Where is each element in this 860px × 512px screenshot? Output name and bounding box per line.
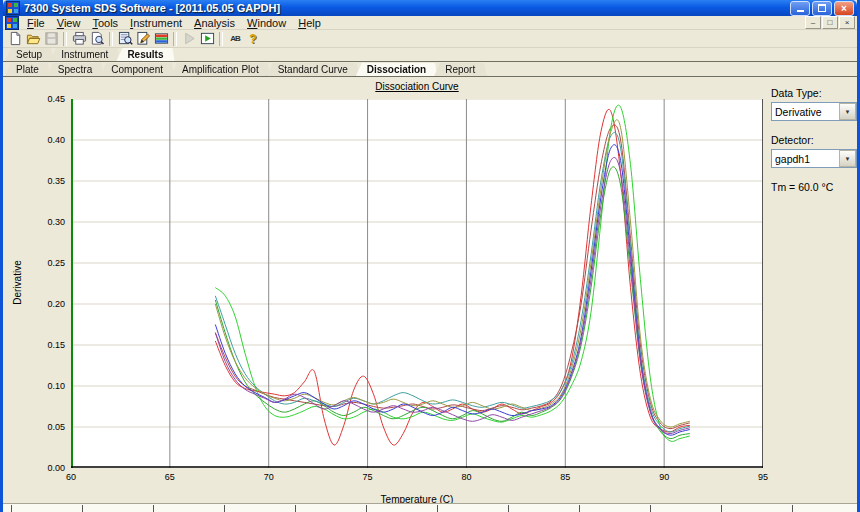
toolbar-separator [173,32,177,46]
y-tick-0.20: 0.20 [31,299,65,309]
print-icon [72,31,87,46]
mdi-minimize-button[interactable]: – [805,16,821,29]
help-icon: ? [249,32,256,46]
secondary-tab-bar: PlateSpectraComponentAmplification PlotS… [3,62,857,77]
close-button[interactable]: × [834,1,854,16]
dissociation-plot [71,99,763,468]
run-instrument-button[interactable] [180,31,198,47]
window-title: 7300 System SDS Software - [2011.05.05 G… [24,2,788,14]
tab-amplification-plot[interactable]: Amplification Plot [171,63,270,76]
ab-quantification-icon: AB [230,34,240,43]
close-icon: × [841,4,847,13]
open-file-button[interactable] [24,31,42,47]
data-type-label: Data Type: [771,87,857,99]
detector-label: Detector: [771,134,857,146]
series-curve-8 [215,157,690,433]
tab-dissociation[interactable]: Dissociation [356,63,437,76]
menu-window[interactable]: Window [241,17,292,29]
y-tick-0.25: 0.25 [31,258,65,268]
find-wells-icon [118,31,133,46]
print-preview-icon [90,31,105,46]
data-type-select[interactable]: Derivative ▼ [771,102,857,121]
series-curve-2 [215,125,690,429]
detector-value: gapdh1 [772,153,839,165]
save-button[interactable] [42,31,60,47]
menu-analysis[interactable]: Analysis [188,17,241,29]
y-tick-0.05: 0.05 [31,422,65,432]
y-tick-0.40: 0.40 [31,135,65,145]
tab-standard-curve[interactable]: Standard Curve [267,63,359,76]
x-tick-60: 60 [57,472,85,482]
mdi-restore-button[interactable]: □ [822,16,838,29]
tab-plate[interactable]: Plate [5,63,50,76]
help-button[interactable]: ? [244,31,262,47]
menu-tools[interactable]: Tools [86,17,124,29]
toolbar-separator [219,32,223,46]
new-document-icon [8,31,23,46]
results-view: Dissociation Curve Derivative 0.000.050.… [3,77,857,512]
menu-file[interactable]: File [21,17,51,29]
series-curve-7 [215,145,690,436]
x-tick-75: 75 [354,472,382,482]
y-tick-0.30: 0.30 [31,217,65,227]
edit-document-button[interactable] [134,31,152,47]
app-icon [6,1,20,15]
minimize-icon [797,10,804,12]
mdi-window-controls: – □ × [804,16,855,29]
x-tick-95: 95 [749,472,777,482]
app-window: 7300 System SDS Software - [2011.05.05 G… [0,0,860,512]
tab-setup[interactable]: Setup [5,48,53,61]
menu-bar-items: FileViewToolsInstrumentAnalysisWindowHel… [21,17,327,29]
series-curve-1 [215,109,690,445]
open-file-icon [26,31,41,46]
menu-instrument[interactable]: Instrument [124,17,188,29]
tab-component[interactable]: Component [100,63,174,76]
y-tick-0.10: 0.10 [31,381,65,391]
y-tick-0.15: 0.15 [31,340,65,350]
well-plate-button[interactable] [152,31,170,47]
bottom-table-edge [3,503,857,512]
menu-bar: FileViewToolsInstrumentAnalysisWindowHel… [3,16,857,30]
y-tick-0.35: 0.35 [31,176,65,186]
edit-document-icon [136,31,151,46]
detector-select[interactable]: gapdh1 ▼ [771,149,857,168]
toolbar-separator [109,32,113,46]
toolbar: AB? [3,30,857,48]
mdi-close-button[interactable]: × [839,16,855,29]
y-axis-label: Derivative [12,253,23,313]
x-tick-90: 90 [650,472,678,482]
print-button[interactable] [70,31,88,47]
tab-results[interactable]: Results [116,48,174,61]
run-instrument-icon [182,31,197,46]
tab-instrument[interactable]: Instrument [50,48,119,61]
tab-spectra[interactable]: Spectra [47,63,103,76]
chevron-down-icon[interactable]: ▼ [839,103,856,120]
x-tick-65: 65 [156,472,184,482]
document-icon[interactable] [5,16,19,30]
well-plate-icon [154,31,169,46]
menu-view[interactable]: View [51,17,87,29]
chart-title: Dissociation Curve [71,81,763,92]
primary-tab-bar: SetupInstrumentResults [3,47,857,62]
toolbar-separator [63,32,67,46]
view-results-button[interactable] [198,31,216,47]
plot-canvas [71,99,763,468]
restore-button[interactable] [812,1,832,16]
y-tick-0.45: 0.45 [31,94,65,104]
x-tick-80: 80 [452,472,480,482]
title-bar[interactable]: 7300 System SDS Software - [2011.05.05 G… [3,0,857,16]
menu-help[interactable]: Help [292,17,327,29]
settings-panel: Data Type: Derivative ▼ Detector: gapdh1… [771,87,857,193]
x-tick-85: 85 [551,472,579,482]
restore-icon [818,4,826,12]
chevron-down-icon[interactable]: ▼ [839,150,856,167]
new-document-button[interactable] [6,31,24,47]
minimize-button[interactable] [790,1,810,16]
tab-report[interactable]: Report [434,63,486,76]
save-icon [44,31,59,46]
view-results-icon [200,31,215,46]
print-preview-button[interactable] [88,31,106,47]
ab-quantification-button[interactable]: AB [226,31,244,47]
data-type-value: Derivative [772,106,839,118]
find-wells-button[interactable] [116,31,134,47]
